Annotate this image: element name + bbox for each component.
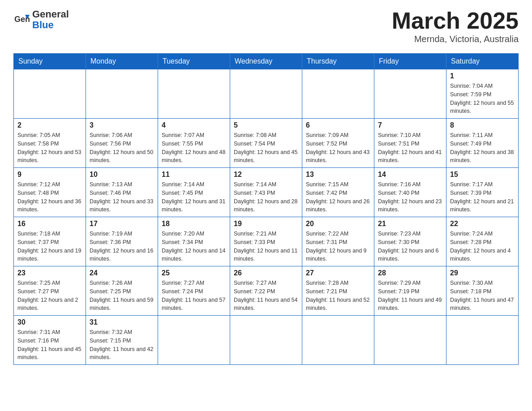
calendar-week-row: 16Sunrise: 7:18 AMSunset: 7:37 PMDayligh… [14, 217, 519, 266]
day-info: Sunrise: 7:09 AMSunset: 7:52 PMDaylight:… [306, 131, 370, 165]
day-number: 25 [162, 269, 226, 277]
table-row: 24Sunrise: 7:26 AMSunset: 7:25 PMDayligh… [86, 266, 158, 316]
header-friday: Friday [374, 54, 446, 69]
table-row: 16Sunrise: 7:18 AMSunset: 7:37 PMDayligh… [14, 217, 86, 266]
table-row: 14Sunrise: 7:16 AMSunset: 7:40 PMDayligh… [374, 168, 446, 217]
table-row [14, 69, 86, 119]
day-info: Sunrise: 7:14 AMSunset: 7:45 PMDaylight:… [162, 180, 226, 214]
calendar-table: Sunday Monday Tuesday Wednesday Thursday… [13, 53, 519, 365]
header-monday: Monday [86, 54, 158, 69]
day-number: 23 [17, 269, 82, 277]
table-row: 15Sunrise: 7:17 AMSunset: 7:39 PMDayligh… [446, 168, 519, 217]
calendar-body: 1Sunrise: 7:04 AMSunset: 7:59 PMDaylight… [14, 69, 519, 365]
day-info: Sunrise: 7:31 AMSunset: 7:16 PMDaylight:… [17, 328, 82, 362]
table-row: 11Sunrise: 7:14 AMSunset: 7:45 PMDayligh… [158, 168, 230, 217]
table-row: 23Sunrise: 7:25 AMSunset: 7:27 PMDayligh… [14, 266, 86, 316]
table-row: 7Sunrise: 7:10 AMSunset: 7:51 PMDaylight… [374, 119, 446, 168]
table-row [446, 316, 519, 365]
day-number: 30 [17, 318, 82, 326]
day-info: Sunrise: 7:23 AMSunset: 7:30 PMDaylight:… [378, 230, 442, 263]
day-info: Sunrise: 7:10 AMSunset: 7:51 PMDaylight:… [378, 131, 442, 165]
day-info: Sunrise: 7:12 AMSunset: 7:48 PMDaylight:… [17, 180, 82, 214]
day-number: 3 [90, 121, 154, 129]
calendar-week-row: 2Sunrise: 7:05 AMSunset: 7:58 PMDaylight… [14, 119, 519, 168]
day-info: Sunrise: 7:05 AMSunset: 7:58 PMDaylight:… [17, 131, 82, 165]
calendar-week-row: 1Sunrise: 7:04 AMSunset: 7:59 PMDaylight… [14, 69, 519, 119]
table-row: 26Sunrise: 7:27 AMSunset: 7:22 PMDayligh… [230, 266, 302, 316]
table-row: 31Sunrise: 7:32 AMSunset: 7:15 PMDayligh… [86, 316, 158, 365]
logo-text: General Blue [32, 9, 69, 30]
day-info: Sunrise: 7:15 AMSunset: 7:42 PMDaylight:… [306, 180, 370, 214]
day-info: Sunrise: 7:04 AMSunset: 7:59 PMDaylight:… [450, 82, 515, 116]
title-area: March 2025 Mernda, Victoria, Australia [392, 9, 519, 44]
day-number: 12 [234, 171, 298, 179]
table-row [302, 316, 374, 365]
table-row: 9Sunrise: 7:12 AMSunset: 7:48 PMDaylight… [14, 168, 86, 217]
header-tuesday: Tuesday [158, 54, 230, 69]
day-number: 6 [306, 121, 370, 129]
day-number: 29 [450, 269, 515, 277]
table-row: 21Sunrise: 7:23 AMSunset: 7:30 PMDayligh… [374, 217, 446, 266]
table-row: 10Sunrise: 7:13 AMSunset: 7:46 PMDayligh… [86, 168, 158, 217]
table-row: 2Sunrise: 7:05 AMSunset: 7:58 PMDaylight… [14, 119, 86, 168]
day-info: Sunrise: 7:13 AMSunset: 7:46 PMDaylight:… [90, 180, 154, 214]
table-row [374, 316, 446, 365]
day-info: Sunrise: 7:16 AMSunset: 7:40 PMDaylight:… [378, 180, 442, 214]
month-title: March 2025 [392, 9, 519, 32]
day-number: 5 [234, 121, 298, 129]
weekday-header-row: Sunday Monday Tuesday Wednesday Thursday… [14, 54, 519, 69]
day-info: Sunrise: 7:22 AMSunset: 7:31 PMDaylight:… [306, 230, 370, 263]
table-row: 13Sunrise: 7:15 AMSunset: 7:42 PMDayligh… [302, 168, 374, 217]
table-row: 17Sunrise: 7:19 AMSunset: 7:36 PMDayligh… [86, 217, 158, 266]
day-info: Sunrise: 7:17 AMSunset: 7:39 PMDaylight:… [450, 180, 515, 214]
day-info: Sunrise: 7:25 AMSunset: 7:27 PMDaylight:… [17, 279, 82, 313]
day-number: 7 [378, 121, 442, 129]
day-info: Sunrise: 7:30 AMSunset: 7:18 PMDaylight:… [450, 279, 515, 313]
day-info: Sunrise: 7:19 AMSunset: 7:36 PMDaylight:… [90, 230, 154, 263]
page-header: Gen General Blue March 2025 Mernda, Vict… [13, 9, 519, 44]
logo-general-text: General [32, 9, 69, 20]
day-info: Sunrise: 7:06 AMSunset: 7:56 PMDaylight:… [90, 131, 154, 165]
day-number: 19 [234, 220, 298, 228]
table-row: 5Sunrise: 7:08 AMSunset: 7:54 PMDaylight… [230, 119, 302, 168]
header-sunday: Sunday [14, 54, 86, 69]
calendar-header: Sunday Monday Tuesday Wednesday Thursday… [14, 54, 519, 69]
location: Mernda, Victoria, Australia [392, 34, 519, 44]
day-number: 14 [378, 171, 442, 179]
table-row: 28Sunrise: 7:29 AMSunset: 7:19 PMDayligh… [374, 266, 446, 316]
day-number: 18 [162, 220, 226, 228]
day-info: Sunrise: 7:27 AMSunset: 7:22 PMDaylight:… [234, 279, 298, 313]
table-row: 29Sunrise: 7:30 AMSunset: 7:18 PMDayligh… [446, 266, 519, 316]
header-thursday: Thursday [302, 54, 374, 69]
table-row [158, 316, 230, 365]
day-number: 28 [378, 269, 442, 277]
day-number: 1 [450, 72, 515, 80]
table-row: 27Sunrise: 7:28 AMSunset: 7:21 PMDayligh… [302, 266, 374, 316]
table-row: 3Sunrise: 7:06 AMSunset: 7:56 PMDaylight… [86, 119, 158, 168]
day-number: 20 [306, 220, 370, 228]
day-number: 26 [234, 269, 298, 277]
day-info: Sunrise: 7:32 AMSunset: 7:15 PMDaylight:… [90, 328, 154, 362]
day-number: 27 [306, 269, 370, 277]
day-info: Sunrise: 7:08 AMSunset: 7:54 PMDaylight:… [234, 131, 298, 165]
day-info: Sunrise: 7:18 AMSunset: 7:37 PMDaylight:… [17, 230, 82, 263]
logo-blue-text: Blue [32, 20, 69, 30]
day-info: Sunrise: 7:14 AMSunset: 7:43 PMDaylight:… [234, 180, 298, 214]
table-row: 20Sunrise: 7:22 AMSunset: 7:31 PMDayligh… [302, 217, 374, 266]
day-info: Sunrise: 7:26 AMSunset: 7:25 PMDaylight:… [90, 279, 154, 313]
day-info: Sunrise: 7:24 AMSunset: 7:28 PMDaylight:… [450, 230, 515, 263]
day-info: Sunrise: 7:28 AMSunset: 7:21 PMDaylight:… [306, 279, 370, 313]
day-number: 24 [90, 269, 154, 277]
logo: Gen General Blue [13, 9, 69, 30]
day-info: Sunrise: 7:11 AMSunset: 7:49 PMDaylight:… [450, 131, 515, 165]
calendar-week-row: 9Sunrise: 7:12 AMSunset: 7:48 PMDaylight… [14, 168, 519, 217]
table-row: 18Sunrise: 7:20 AMSunset: 7:34 PMDayligh… [158, 217, 230, 266]
header-wednesday: Wednesday [230, 54, 302, 69]
table-row [302, 69, 374, 119]
day-info: Sunrise: 7:27 AMSunset: 7:24 PMDaylight:… [162, 279, 226, 313]
day-number: 4 [162, 121, 226, 129]
calendar-week-row: 30Sunrise: 7:31 AMSunset: 7:16 PMDayligh… [14, 316, 519, 365]
table-row: 1Sunrise: 7:04 AMSunset: 7:59 PMDaylight… [446, 69, 519, 119]
day-number: 10 [90, 171, 154, 179]
table-row [230, 69, 302, 119]
